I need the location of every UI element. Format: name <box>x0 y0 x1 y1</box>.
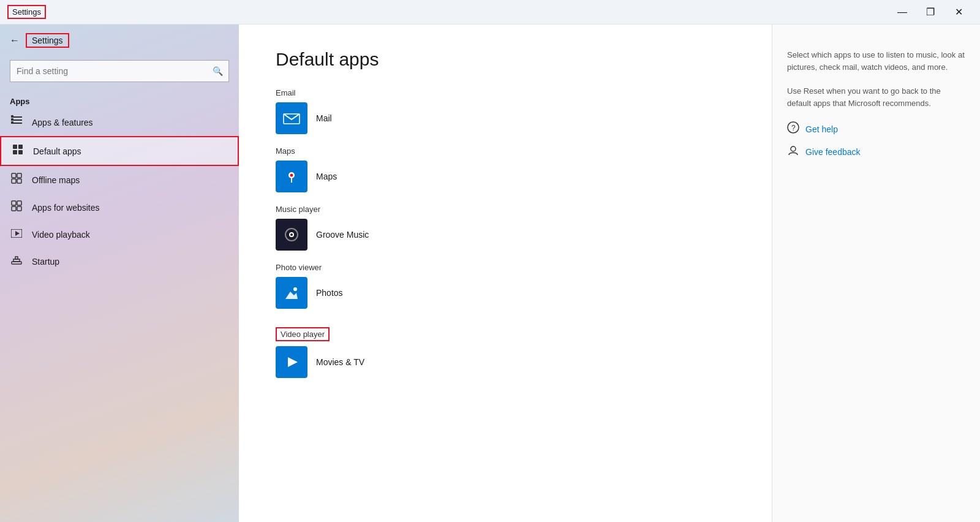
maps-app-icon <box>276 161 307 192</box>
back-button[interactable]: ← Settings <box>0 25 239 56</box>
startup-label: Startup <box>32 257 59 267</box>
right-panel-desc1: Select which apps to use to listen to mu… <box>787 49 965 73</box>
offline-maps-label: Offline maps <box>32 175 80 185</box>
movies-app-item[interactable]: Movies & TV <box>276 346 735 378</box>
apps-websites-label: Apps for websites <box>32 203 100 213</box>
svg-rect-10 <box>12 173 16 178</box>
sidebar-item-apps-websites[interactable]: Apps for websites <box>0 194 239 221</box>
app-body: ← Settings 🔍 Apps Apps & features Defaul… <box>0 25 980 522</box>
groove-app-item[interactable]: Groove Music <box>276 219 735 251</box>
svg-text:?: ? <box>791 124 796 132</box>
title-bar-controls: — ❐ ✕ <box>888 2 973 22</box>
video-playback-label: Video playback <box>32 230 90 240</box>
svg-rect-8 <box>13 150 17 154</box>
search-icon: 🔍 <box>213 66 223 76</box>
back-arrow-icon: ← <box>10 35 20 46</box>
give-feedback-link[interactable]: Give feedback <box>787 144 965 159</box>
movies-app-icon <box>276 346 307 378</box>
svg-point-34 <box>293 287 297 291</box>
sidebar-item-default-apps[interactable]: Default apps <box>0 136 239 166</box>
svg-rect-17 <box>17 206 21 211</box>
video-section-label: Video player <box>276 327 330 341</box>
svg-point-39 <box>791 146 796 151</box>
mail-app-name: Mail <box>316 113 332 123</box>
give-feedback-label: Give feedback <box>805 147 861 157</box>
sidebar-item-offline-maps[interactable]: Offline maps <box>0 166 239 194</box>
sidebar-section-label: Apps <box>0 92 239 108</box>
svg-rect-6 <box>13 145 17 149</box>
maps-section-label: Maps <box>276 146 735 156</box>
default-apps-label: Default apps <box>33 146 81 156</box>
music-section-label: Music player <box>276 205 735 214</box>
apps-features-label: Apps & features <box>32 118 93 127</box>
title-bar: Settings — ❐ ✕ <box>0 0 980 25</box>
groove-app-name: Groove Music <box>316 230 369 240</box>
search-container: 🔍 <box>10 60 229 82</box>
sidebar-item-apps-features[interactable]: Apps & features <box>0 108 239 136</box>
get-help-icon: ? <box>787 121 799 137</box>
sidebar: ← Settings 🔍 Apps Apps & features Defaul… <box>0 25 239 522</box>
photos-app-item[interactable]: Photos <box>276 277 735 309</box>
svg-rect-14 <box>12 201 16 205</box>
close-button[interactable]: ✕ <box>944 2 973 22</box>
startup-icon <box>10 254 23 268</box>
maps-app-name: Maps <box>316 172 337 181</box>
page-title: Default apps <box>276 49 735 70</box>
maps-app-item[interactable]: Maps <box>276 161 735 192</box>
offline-maps-icon <box>10 173 23 187</box>
svg-rect-16 <box>12 206 16 211</box>
apps-features-icon <box>10 115 23 129</box>
svg-marker-19 <box>15 231 20 236</box>
default-apps-icon <box>11 144 24 158</box>
photos-app-name: Photos <box>316 288 343 298</box>
main-content: Default apps Email Mail Maps <box>239 25 772 522</box>
search-input[interactable] <box>10 60 229 82</box>
sidebar-item-video-playback[interactable]: Video playback <box>0 221 239 248</box>
svg-rect-15 <box>17 201 21 205</box>
svg-rect-13 <box>17 179 21 183</box>
svg-rect-11 <box>17 173 21 178</box>
get-help-label: Get help <box>805 124 838 134</box>
video-playback-icon <box>10 228 23 241</box>
svg-rect-5 <box>11 121 13 124</box>
sidebar-title: Settings <box>26 33 69 48</box>
right-panel: Select which apps to use to listen to mu… <box>772 25 980 522</box>
restore-button[interactable]: ❐ <box>916 2 944 22</box>
svg-rect-9 <box>18 150 23 154</box>
settings-title: Settings <box>7 5 46 19</box>
minimize-button[interactable]: — <box>888 2 916 22</box>
right-panel-desc2: Use Reset when you want to go back to th… <box>787 85 965 109</box>
svg-point-27 <box>290 174 293 177</box>
give-feedback-icon <box>787 144 799 159</box>
mail-app-icon <box>276 102 307 134</box>
photos-app-icon <box>276 277 307 309</box>
apps-websites-icon <box>10 200 23 214</box>
video-player-section: Video player <box>276 321 735 346</box>
get-help-link[interactable]: ? Get help <box>787 121 965 137</box>
svg-rect-22 <box>15 257 18 259</box>
svg-rect-12 <box>12 179 16 183</box>
svg-rect-7 <box>18 145 23 149</box>
sidebar-item-startup[interactable]: Startup <box>0 248 239 275</box>
movies-app-name: Movies & TV <box>316 357 364 367</box>
email-section-label: Email <box>276 88 735 97</box>
svg-rect-4 <box>11 118 13 121</box>
groove-app-icon <box>276 219 307 251</box>
photo-section-label: Photo viewer <box>276 263 735 272</box>
title-bar-left: Settings <box>7 5 46 19</box>
email-app-item[interactable]: Mail <box>276 102 735 134</box>
svg-rect-3 <box>11 115 13 118</box>
svg-point-31 <box>290 233 293 236</box>
